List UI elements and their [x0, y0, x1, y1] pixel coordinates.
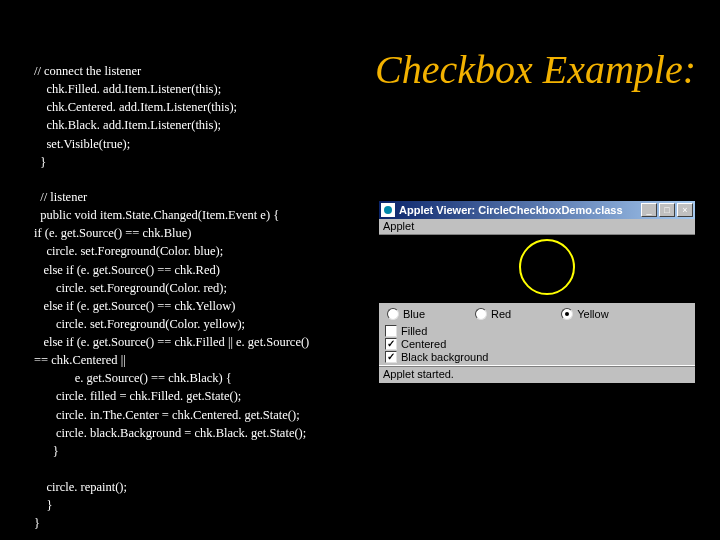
close-button[interactable]: × — [677, 203, 693, 217]
check-filled-label: Filled — [401, 325, 427, 337]
controls-panel: Blue Red Yellow Filled ✓Centered ✓Black … — [379, 303, 695, 365]
check-black[interactable]: ✓Black background — [385, 351, 689, 363]
radio-red[interactable]: Red — [475, 308, 511, 320]
code-block-1: // connect the listener chk.Filled. add.… — [34, 62, 237, 171]
menu-bar: Applet — [379, 219, 695, 235]
radio-yellow[interactable]: Yellow — [561, 308, 608, 320]
menu-applet[interactable]: Applet — [383, 220, 414, 232]
applet-window: Applet Viewer: CircleCheckboxDemo.class … — [378, 200, 696, 368]
options-check-group: Filled ✓Centered ✓Black background — [385, 325, 689, 363]
check-centered-label: Centered — [401, 338, 446, 350]
minimize-button[interactable]: _ — [641, 203, 657, 217]
check-black-label: Black background — [401, 351, 488, 363]
check-filled[interactable]: Filled — [385, 325, 689, 337]
svg-point-0 — [384, 206, 392, 214]
color-radio-group: Blue Red Yellow — [385, 306, 689, 323]
titlebar: Applet Viewer: CircleCheckboxDemo.class … — [379, 201, 695, 219]
radio-yellow-label: Yellow — [577, 308, 608, 320]
code-block-2: // listener public void item.State.Chang… — [34, 188, 374, 532]
status-bar: Applet started. — [379, 365, 695, 383]
radio-blue[interactable]: Blue — [387, 308, 425, 320]
java-icon — [381, 203, 395, 217]
slide-title: Checkbox Example: — [375, 46, 696, 93]
applet-canvas — [379, 235, 695, 303]
window-title: Applet Viewer: CircleCheckboxDemo.class — [399, 204, 641, 216]
radio-red-label: Red — [491, 308, 511, 320]
check-centered[interactable]: ✓Centered — [385, 338, 689, 350]
radio-blue-label: Blue — [403, 308, 425, 320]
maximize-button[interactable]: □ — [659, 203, 675, 217]
window-buttons: _ □ × — [641, 203, 693, 217]
yellow-circle — [519, 239, 575, 295]
